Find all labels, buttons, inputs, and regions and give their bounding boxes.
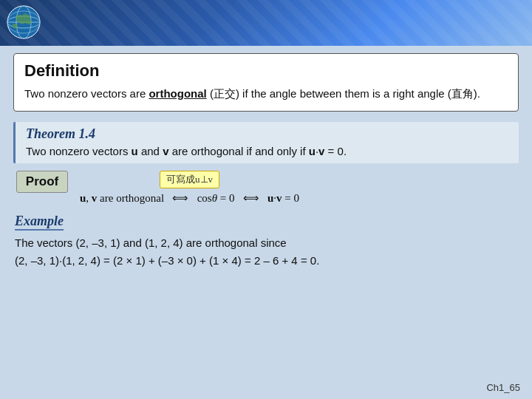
example-title: Example xyxy=(15,214,64,231)
globe-icon xyxy=(6,4,41,40)
theorem-box: Theorem 1.4 Two nonzero vectors u and v … xyxy=(13,122,519,163)
proof-area: Proof 可寫成u⊥v u, v are orthogonal ⟺ cosθ … xyxy=(13,171,519,205)
proof-math-line: u, v are orthogonal ⟺ cosθ = 0 ⟺ u·v = 0 xyxy=(80,191,299,205)
main-content: Definition Two nonzero vectors are ortho… xyxy=(0,46,532,277)
example-line2: (2, –3, 1)·(1, 2, 4) = (2 × 1) + (–3 × 0… xyxy=(15,252,517,270)
tooltip-box: 可寫成u⊥v xyxy=(160,171,219,188)
example-box: Example The vectors (2, –3, 1) and (1, 2… xyxy=(13,214,519,270)
math-cos: cosθ = 0 xyxy=(197,192,235,204)
proof-math-container: 可寫成u⊥v u, v are orthogonal ⟺ cosθ = 0 ⟺ … xyxy=(80,171,299,205)
page-number: Ch1_65 xyxy=(486,382,520,393)
definition-box: Definition Two nonzero vectors are ortho… xyxy=(13,53,519,112)
theorem-title: Theorem 1.4 xyxy=(26,126,508,142)
example-line1: The vectors (2, –3, 1) and (1, 2, 4) are… xyxy=(15,234,517,252)
definition-title: Definition xyxy=(24,61,508,81)
definition-text: Two nonzero vectors are orthogonal (正交) … xyxy=(24,85,508,102)
math-vectors: u, v are orthogonal xyxy=(80,192,164,204)
example-text: The vectors (2, –3, 1) and (1, 2, 4) are… xyxy=(15,234,517,270)
theorem-text: Two nonzero vectors u and v are orthogon… xyxy=(26,145,508,157)
header-banner xyxy=(0,0,532,46)
orthogonal-term: orthogonal xyxy=(149,87,206,100)
math-dot: u·v = 0 xyxy=(267,192,299,204)
proof-label: Proof xyxy=(16,171,68,193)
